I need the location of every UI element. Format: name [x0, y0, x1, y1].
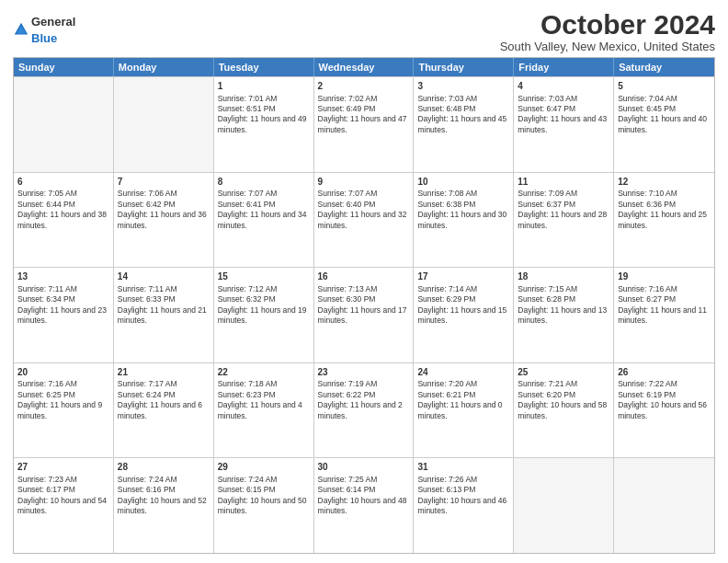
subtitle: South Valley, New Mexico, United States: [500, 40, 715, 53]
day-number: 23: [318, 366, 410, 379]
calendar-day-18: 18Sunrise: 7:15 AMSunset: 6:28 PMDayligh…: [514, 268, 614, 362]
day-info-line: Sunrise: 7:26 AM: [417, 475, 509, 485]
day-info-line: Sunrise: 7:16 AM: [17, 379, 109, 389]
calendar-empty: [14, 77, 114, 172]
day-info-line: Sunrise: 7:16 AM: [618, 284, 711, 294]
day-info-line: Daylight: 11 hours and 4 minutes.: [218, 400, 310, 421]
calendar-day-13: 13Sunrise: 7:11 AMSunset: 6:34 PMDayligh…: [14, 268, 114, 362]
calendar-day-12: 12Sunrise: 7:10 AMSunset: 6:36 PMDayligh…: [614, 173, 714, 268]
day-info-line: Sunset: 6:29 PM: [417, 294, 509, 304]
day-number: 30: [318, 461, 410, 474]
day-number: 21: [118, 366, 210, 379]
calendar: SundayMondayTuesdayWednesdayThursdayFrid…: [13, 57, 715, 554]
day-info-line: Sunset: 6:21 PM: [417, 390, 509, 400]
day-info-line: Sunrise: 7:25 AM: [318, 475, 410, 485]
day-info-line: Sunset: 6:48 PM: [417, 104, 509, 114]
day-info-line: Sunrise: 7:11 AM: [17, 284, 109, 294]
day-info-line: Sunrise: 7:10 AM: [618, 189, 711, 199]
day-info-line: Sunrise: 7:01 AM: [218, 94, 310, 104]
day-info-line: Sunset: 6:27 PM: [618, 294, 711, 304]
day-info-line: Sunset: 6:14 PM: [318, 485, 410, 495]
day-info-line: Sunrise: 7:03 AM: [417, 94, 509, 104]
day-info-line: Daylight: 11 hours and 11 minutes.: [618, 305, 711, 327]
day-info-line: Daylight: 11 hours and 6 minutes.: [118, 400, 210, 421]
calendar-day-3: 3Sunrise: 7:03 AMSunset: 6:48 PMDaylight…: [414, 77, 514, 172]
day-number: 28: [118, 461, 210, 474]
title-block: October 2024 South Valley, New Mexico, U…: [500, 9, 715, 53]
day-number: 1: [218, 80, 310, 93]
day-info-line: Sunset: 6:19 PM: [618, 390, 711, 400]
calendar-week-2: 6Sunrise: 7:05 AMSunset: 6:44 PMDaylight…: [14, 172, 714, 268]
header-day-wednesday: Wednesday: [314, 58, 415, 76]
day-number: 6: [17, 176, 109, 189]
day-info-line: Sunrise: 7:18 AM: [218, 379, 310, 389]
day-info-line: Sunrise: 7:06 AM: [118, 189, 210, 199]
day-number: 25: [518, 366, 609, 379]
calendar-day-24: 24Sunrise: 7:20 AMSunset: 6:21 PMDayligh…: [414, 363, 514, 458]
day-number: 22: [218, 366, 310, 379]
day-info-line: Sunset: 6:42 PM: [118, 200, 210, 210]
day-info-line: Daylight: 11 hours and 30 minutes.: [417, 210, 509, 231]
day-info-line: Daylight: 11 hours and 17 minutes.: [318, 305, 410, 327]
calendar-day-23: 23Sunrise: 7:19 AMSunset: 6:22 PMDayligh…: [314, 363, 415, 458]
header-day-thursday: Thursday: [414, 58, 514, 76]
day-info-line: Sunrise: 7:11 AM: [118, 284, 210, 294]
day-number: 9: [318, 176, 410, 189]
day-info-line: Daylight: 11 hours and 49 minutes.: [218, 114, 310, 135]
calendar-day-4: 4Sunrise: 7:03 AMSunset: 6:47 PMDaylight…: [514, 77, 614, 172]
calendar-day-28: 28Sunrise: 7:24 AMSunset: 6:16 PMDayligh…: [114, 458, 214, 553]
logo-icon: [13, 21, 29, 38]
day-info-line: Sunset: 6:34 PM: [17, 294, 109, 304]
day-info-line: Daylight: 11 hours and 45 minutes.: [417, 114, 509, 135]
day-info-line: Daylight: 11 hours and 21 minutes.: [118, 305, 210, 327]
logo-general: General: [31, 15, 75, 29]
day-info-line: Sunset: 6:44 PM: [17, 200, 109, 210]
day-info-line: Daylight: 11 hours and 2 minutes.: [318, 400, 410, 421]
header: General Blue October 2024 South Valley, …: [13, 9, 715, 53]
day-number: 5: [618, 80, 711, 93]
calendar-body: 1Sunrise: 7:01 AMSunset: 6:51 PMDaylight…: [14, 76, 714, 553]
calendar-day-1: 1Sunrise: 7:01 AMSunset: 6:51 PMDaylight…: [214, 77, 314, 172]
day-number: 17: [417, 270, 509, 283]
day-number: 15: [218, 270, 310, 283]
logo-text: General Blue: [31, 13, 75, 46]
day-info-line: Sunrise: 7:22 AM: [618, 379, 711, 389]
day-info-line: Sunrise: 7:23 AM: [17, 475, 109, 485]
calendar-empty: [614, 458, 714, 553]
day-info-line: Daylight: 10 hours and 50 minutes.: [218, 496, 310, 517]
day-info-line: Daylight: 11 hours and 23 minutes.: [17, 305, 109, 327]
day-info-line: Sunrise: 7:20 AM: [417, 379, 509, 389]
calendar-day-5: 5Sunrise: 7:04 AMSunset: 6:45 PMDaylight…: [614, 77, 714, 172]
day-info-line: Daylight: 11 hours and 9 minutes.: [17, 400, 109, 421]
calendar-day-9: 9Sunrise: 7:07 AMSunset: 6:40 PMDaylight…: [314, 173, 415, 268]
day-number: 3: [417, 80, 509, 93]
header-day-tuesday: Tuesday: [214, 58, 314, 76]
calendar-week-4: 20Sunrise: 7:16 AMSunset: 6:25 PMDayligh…: [14, 362, 714, 458]
day-info-line: Daylight: 11 hours and 13 minutes.: [518, 305, 609, 327]
calendar-empty: [114, 77, 214, 172]
calendar-week-1: 1Sunrise: 7:01 AMSunset: 6:51 PMDaylight…: [14, 76, 714, 172]
day-info-line: Sunrise: 7:17 AM: [118, 379, 210, 389]
calendar-week-5: 27Sunrise: 7:23 AMSunset: 6:17 PMDayligh…: [14, 457, 714, 553]
day-info-line: Sunset: 6:15 PM: [218, 485, 310, 495]
day-info-line: Sunrise: 7:09 AM: [518, 189, 609, 199]
day-info-line: Daylight: 11 hours and 25 minutes.: [618, 210, 711, 231]
day-info-line: Sunset: 6:22 PM: [318, 390, 410, 400]
day-info-line: Sunrise: 7:14 AM: [417, 284, 509, 294]
day-info-line: Sunrise: 7:24 AM: [118, 475, 210, 485]
day-info-line: Sunset: 6:45 PM: [618, 104, 711, 114]
day-info-line: Daylight: 11 hours and 43 minutes.: [518, 114, 609, 135]
calendar-day-25: 25Sunrise: 7:21 AMSunset: 6:20 PMDayligh…: [514, 363, 614, 458]
calendar-day-10: 10Sunrise: 7:08 AMSunset: 6:38 PMDayligh…: [414, 173, 514, 268]
day-info-line: Sunset: 6:25 PM: [17, 390, 109, 400]
day-info-line: Sunset: 6:28 PM: [518, 294, 609, 304]
header-day-monday: Monday: [114, 58, 214, 76]
day-number: 27: [17, 461, 109, 474]
day-info-line: Sunrise: 7:24 AM: [218, 475, 310, 485]
day-number: 14: [118, 270, 210, 283]
day-info-line: Sunrise: 7:08 AM: [417, 189, 509, 199]
calendar-empty: [514, 458, 614, 553]
day-info-line: Daylight: 10 hours and 48 minutes.: [318, 496, 410, 517]
day-info-line: Daylight: 11 hours and 38 minutes.: [17, 210, 109, 231]
calendar-day-19: 19Sunrise: 7:16 AMSunset: 6:27 PMDayligh…: [614, 268, 714, 362]
